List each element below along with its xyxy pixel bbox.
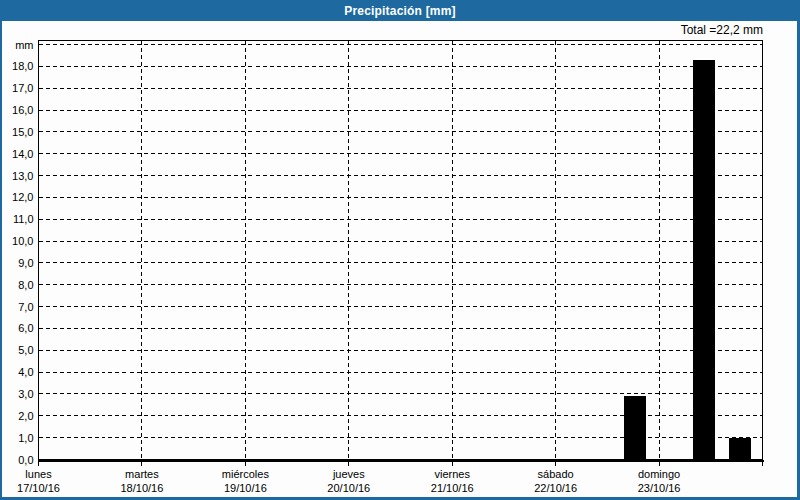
y-tick-label: 8,0 xyxy=(18,279,33,291)
bar xyxy=(624,396,646,459)
date-label: 20/10/16 xyxy=(327,482,370,494)
y-tick-label: 3,0 xyxy=(18,388,33,400)
bar xyxy=(693,60,715,460)
date-label: 18/10/16 xyxy=(121,482,164,494)
y-tick-label: 15,0 xyxy=(12,126,33,138)
weekday-label: lunes xyxy=(25,468,52,480)
y-tick-label: 7,0 xyxy=(18,301,33,313)
chart-window: Precipitación [mm] Total =22,2 mm 0,01,0… xyxy=(0,0,800,500)
y-tick-label: 1,0 xyxy=(18,432,33,444)
date-label: 21/10/16 xyxy=(431,482,474,494)
y-tick-label: 17,0 xyxy=(12,82,33,94)
bar xyxy=(729,438,751,460)
weekday-label: sábado xyxy=(538,468,574,480)
date-label: 19/10/16 xyxy=(224,482,267,494)
date-label: 23/10/16 xyxy=(638,482,681,494)
date-label: 22/10/16 xyxy=(534,482,577,494)
y-tick-label: 11,0 xyxy=(13,213,34,225)
weekday-label: miércoles xyxy=(222,468,270,480)
y-tick-label: 4,0 xyxy=(18,366,33,378)
date-label: 17/10/16 xyxy=(17,482,60,494)
plot-border xyxy=(39,41,763,460)
y-tick-label: 5,0 xyxy=(18,344,33,356)
y-tick-label: 13,0 xyxy=(12,170,33,182)
y-tick-label: 14,0 xyxy=(12,148,33,160)
weekday-label: domingo xyxy=(638,468,680,480)
y-tick-label: 9,0 xyxy=(18,257,33,269)
weekday-label: viernes xyxy=(434,468,470,480)
weekday-label: jueves xyxy=(332,468,365,480)
y-tick-label: 18,0 xyxy=(12,60,33,72)
y-tick-label: 2,0 xyxy=(18,410,33,422)
y-axis-unit-label: mm xyxy=(15,39,33,51)
y-tick-label: 12,0 xyxy=(12,191,33,203)
y-tick-label: 10,0 xyxy=(12,235,33,247)
y-tick-label: 16,0 xyxy=(12,104,33,116)
y-tick-label: 6,0 xyxy=(18,322,33,334)
y-tick-label: 0,0 xyxy=(18,454,33,466)
precipitation-bar-chart: 0,01,02,03,04,05,06,07,08,09,010,011,012… xyxy=(0,0,800,500)
weekday-label: martes xyxy=(125,468,159,480)
